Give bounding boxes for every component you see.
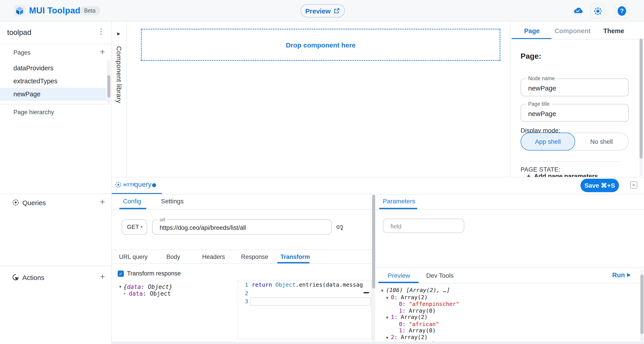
panel-bottom-strip [112, 342, 644, 344]
appbar: MUI Toolpad Beta Preview [0, 0, 644, 22]
help-icon: ? [618, 6, 626, 16]
json-row[interactable]: ▼2:Array(2) [378, 334, 629, 341]
transform-response-label: Transform response [127, 270, 181, 277]
transform-response-checkbox[interactable]: ✓ [118, 271, 124, 277]
inspector-panel: Page Component Theme Page: Node name Pag… [510, 22, 644, 177]
schema-data-node[interactable]: data: Object [129, 290, 171, 297]
tab-headers[interactable]: Headers [202, 254, 225, 260]
query-type-label: HTTP [124, 182, 136, 187]
line-number: 2 [238, 290, 248, 296]
node-name-field[interactable]: Node name [520, 78, 629, 96]
beta-badge: Beta [80, 6, 100, 15]
method-value: GET [127, 224, 139, 230]
editor-mark [364, 292, 369, 293]
transform-tab-indicator [277, 262, 310, 263]
tab-parameters[interactable]: Parameters [383, 198, 415, 205]
parameter-field[interactable] [383, 219, 464, 233]
tab-component[interactable]: Component [554, 27, 590, 35]
query-panel-scrollbar[interactable] [372, 194, 375, 342]
actions-icon [12, 274, 19, 281]
app-title: MUI Toolpad [29, 6, 80, 16]
save-button[interactable]: Save ⌘+S [580, 179, 619, 192]
project-name: toolpad [7, 28, 31, 37]
tab-page[interactable]: Page [524, 27, 540, 35]
page-hierarchy-label: Page hierarchy [14, 109, 54, 116]
component-library-panel[interactable]: ▶ Component library [112, 22, 126, 177]
pages-scrollbar[interactable] [107, 60, 110, 104]
sidebar-item-dataproviders[interactable]: dataProviders [0, 62, 106, 75]
queries-icon [12, 199, 19, 206]
toolpad-logo-icon[interactable] [14, 5, 26, 17]
tab-preview[interactable]: Preview [388, 272, 410, 279]
light-mode-icon [594, 7, 602, 15]
tab-response[interactable]: Response [241, 254, 268, 260]
tab-url-query[interactable]: URL query [119, 254, 148, 260]
tab-body[interactable]: Body [166, 254, 180, 260]
http-method-select[interactable]: GET ▼ [122, 220, 147, 235]
tab-dev-tools[interactable]: Dev Tools [426, 272, 454, 279]
inspector-scrollbar[interactable] [640, 39, 643, 176]
page-state-label: PAGE STATE: [520, 166, 560, 173]
transform-code-editor[interactable]: 1 2 3 return Object.entries(data.messag [237, 280, 372, 339]
result-json-tree: ▼(106) [Array(2), …] ▼0:Array(2) 0:"affe… [378, 287, 629, 344]
tab-transform[interactable]: Transform [280, 254, 310, 260]
project-menu-kebab-icon[interactable]: ⋮ [96, 27, 106, 36]
add-action-button[interactable]: + [98, 272, 107, 282]
sidebar-item-newpage[interactable]: newPage [0, 88, 106, 101]
code-line-1: return Object.entries(data.messag [252, 281, 363, 288]
json-row[interactable]: ▼0:Array(2) [378, 294, 629, 301]
expand-component-library-icon[interactable]: ▶ [117, 31, 120, 36]
tab-theme[interactable]: Theme [603, 27, 624, 35]
json-root-row[interactable]: ▼(106) [Array(2), …] [378, 287, 629, 294]
tab-settings[interactable]: Settings [161, 198, 184, 205]
no-shell-option[interactable]: No shell [575, 133, 628, 150]
component-library-label: Component library [116, 46, 123, 103]
url-input[interactable] [159, 220, 328, 235]
add-page-parameters-button[interactable]: + Add page parameters [527, 173, 630, 177]
json-row[interactable]: ▼1:Array(2) [378, 314, 629, 321]
sidebar: toolpad ⋮ Pages + dataProviders extracte… [0, 22, 112, 344]
pages-section-label: Pages [14, 49, 31, 56]
url-field[interactable]: url [152, 220, 332, 235]
preview-scrollbar-thumb[interactable] [640, 275, 643, 334]
preview-button[interactable]: Preview [300, 4, 345, 18]
parameter-input[interactable] [390, 219, 461, 233]
json-row: 0:"affenpinscher" [378, 301, 629, 307]
theme-toggle-button[interactable] [590, 4, 605, 18]
run-play-icon[interactable]: ▶ [627, 272, 631, 278]
schema-root-node[interactable]: {data: Object} [124, 283, 172, 290]
node-name-input[interactable] [527, 79, 623, 97]
sidebar-item-extractedtypes[interactable]: extractedTypes [0, 75, 106, 88]
bind-link-icon[interactable] [336, 224, 344, 231]
external-link-icon [334, 8, 340, 14]
app-shell-option[interactable]: App shell [520, 133, 575, 150]
help-button[interactable]: ? [614, 4, 629, 18]
drop-zone[interactable]: Drop component here [141, 29, 500, 61]
queries-section-label: Queries [22, 199, 46, 207]
query-panel-scrollbar-thumb[interactable] [372, 195, 375, 288]
tree-collapsed-icon[interactable]: ▸ [124, 292, 126, 296]
mui-toolpad-app: MUI Toolpad Beta Preview [0, 0, 644, 344]
preview-scrollbar[interactable] [640, 269, 644, 342]
json-row: 1:Array(0) [378, 307, 629, 314]
cloud-done-icon [573, 7, 583, 15]
page-title-input[interactable] [527, 104, 623, 122]
json-row: 0:"african" [378, 321, 629, 327]
caret-down-icon: ▼ [140, 225, 143, 228]
unsaved-changes-dot [152, 183, 156, 187]
tree-expand-icon[interactable]: ▼ [118, 285, 122, 289]
query-tab[interactable]: query [134, 181, 152, 189]
query-icon [115, 182, 122, 188]
display-mode-toggle: App shell No shell [520, 133, 629, 150]
tab-config[interactable]: Config [123, 198, 141, 205]
add-page-button[interactable]: + [98, 47, 107, 57]
pages-scrollbar-thumb[interactable] [107, 75, 110, 98]
line-number: 3 [238, 298, 248, 305]
run-button[interactable]: Run [612, 271, 625, 279]
check-icon: ✓ [119, 271, 123, 276]
inspector-scrollbar-thumb[interactable] [640, 39, 643, 158]
add-query-button[interactable]: + [98, 197, 107, 207]
close-panel-button[interactable]: × [630, 182, 637, 189]
json-row: 1:Array(0) [378, 328, 629, 334]
page-title-field[interactable]: Page title [520, 104, 629, 122]
